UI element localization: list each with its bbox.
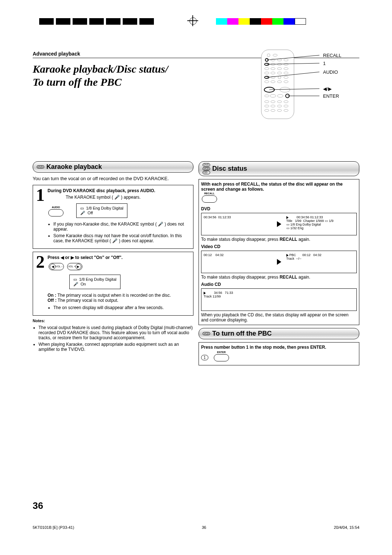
vol-plus-icon: VOL +▶ (67, 263, 82, 270)
registration-mark-icon (187, 15, 198, 26)
arrow-right-icon (277, 259, 281, 265)
step-2: 2 Press ◀ or ▶ to select "On" or "Off". … (33, 252, 193, 316)
play-icon (204, 292, 206, 295)
page-number: 36 (33, 500, 43, 511)
remote-label-audio: AUDIO (323, 70, 338, 74)
audio-button-icon: AUDIO (48, 209, 64, 216)
button-1-icon: 1 (201, 355, 208, 360)
remote-label-enter: ENTER (323, 94, 339, 98)
play-icon (286, 216, 289, 219)
disc-status-box: With each press of RECALL, the status of… (199, 179, 359, 325)
manual-page: Advanced playback Karaoke playback/Disc … (0, 0, 392, 555)
osd-display-2: ▭ 1/8 Eng Dolby Digital 🎤 On (69, 275, 121, 289)
color-registration-bar (216, 18, 306, 25)
footer: 5KT0101B [E] (P33-41) 36 20/4/04, 15:54 (33, 525, 359, 530)
pbc-box: Press number button 1 in the stop mode, … (199, 342, 359, 365)
step-number-1: 1 (36, 188, 45, 246)
remote-label-one: 1 (323, 61, 326, 66)
black-registration-bar (39, 18, 154, 25)
enter-button-icon: ENTER (214, 354, 229, 361)
dvd-tag: DVD (37, 165, 44, 169)
remote-label-arrows: ◀/▶ (323, 86, 332, 91)
right-column: DVD VCD CD Disc status With each press o… (199, 161, 359, 368)
step-number-2: 2 (36, 255, 45, 312)
recall-button-icon: RECALL (202, 195, 217, 203)
vcd-status-display: 00:12 04:32 PBC 00:12 04:32 Track --/-- (201, 251, 357, 273)
dvd-status-display: 00:34:56 01:12:33 00:34:56 01:12:33 Titl… (201, 213, 357, 235)
osd-display-1: ▭ 1/8 Eng Dolby Digital 🎤 Off (76, 203, 127, 218)
vol-minus-icon: ◀VOL – (49, 263, 64, 270)
arrow-right-icon (277, 221, 281, 227)
play-icon (286, 254, 289, 257)
left-column: DVD Karaoke playback You can turn the vo… (33, 161, 193, 368)
step-1: 1 During DVD KARAOKE disc playback, pres… (33, 185, 193, 249)
cd-status-display: 34:56 71:33 Track 11/99 (201, 288, 357, 311)
svg-rect-0 (261, 50, 294, 119)
remote-diagram: RECALL 1 AUDIO ◀/▶ ENTER (258, 48, 352, 121)
pbc-heading: VCD To turn off the PBC (199, 328, 359, 339)
karaoke-heading: DVD Karaoke playback (33, 161, 193, 173)
disc-status-heading: DVD VCD CD Disc status (199, 161, 359, 176)
remote-label-recall: RECALL (323, 53, 342, 58)
notes-section: Notes: The vocal output feature is used … (33, 319, 193, 352)
karaoke-intro: You can turn the vocal on or off recorde… (33, 175, 193, 182)
